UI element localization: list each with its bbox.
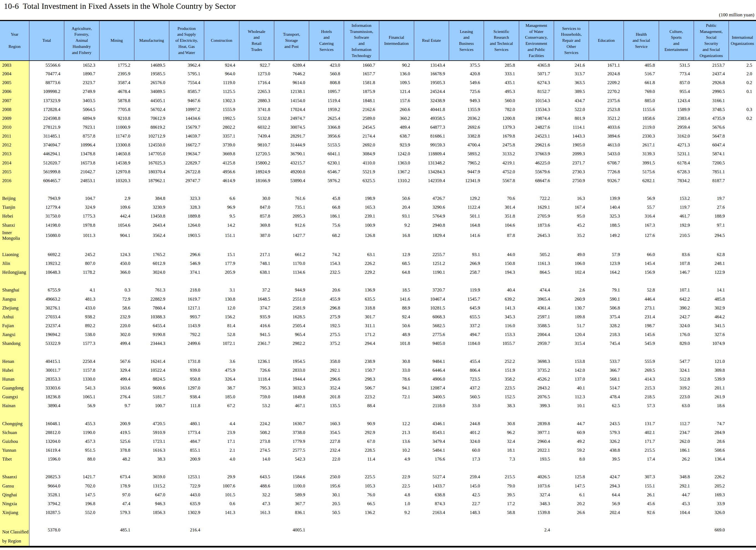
cell-public-management: 284.9 xyxy=(694,428,729,437)
cell-electricity: 484.7 xyxy=(169,437,204,446)
cell-public-management: 2153.7 xyxy=(694,61,729,70)
cell-leasing: 806.4 xyxy=(449,366,484,375)
cell-total: 40415.1 xyxy=(29,357,64,366)
row-label: 2015 xyxy=(0,168,29,176)
cell-agriculture: 541.3 xyxy=(64,384,99,392)
cell-electricity: 374.1 xyxy=(169,268,204,277)
cell-leasing: 60.0 xyxy=(449,446,484,455)
cell-total: 561999.8 xyxy=(29,168,64,176)
cell-agriculture: 5064.5 xyxy=(64,105,99,114)
cell-total: 55566.6 xyxy=(29,61,64,70)
cell-agriculture: 8757.8 xyxy=(64,132,99,141)
cell-real-estate: 2118.0 xyxy=(414,401,449,410)
cell-hotels: 1959.2 xyxy=(309,105,344,114)
table-row: Xinjiang10287.5552.0579.31856.31302.9141… xyxy=(0,508,756,517)
table-row: 200355566.61652.31775.214689.53962.4924.… xyxy=(0,61,756,70)
cell-public-management: 7200.5 xyxy=(694,159,729,168)
cell-manufacturing: 167025.3 xyxy=(134,159,169,168)
cell-international: 0.1 xyxy=(729,87,756,96)
cell-public-management: 341.5 xyxy=(694,321,729,330)
cell-electricity: 546.9 xyxy=(169,259,204,268)
cell-household-services: 2371.7 xyxy=(554,159,589,168)
table-row: 2012374694.710996.413300.8124550.016672.… xyxy=(0,141,756,150)
cell-agriculture: 2250.4 xyxy=(64,357,99,366)
cell-wholesale: 857.8 xyxy=(239,212,274,221)
cell-water-management: 13534.3 xyxy=(519,105,554,114)
cell-financial: 33.0 xyxy=(379,366,414,375)
cell-health: 45.6 xyxy=(624,499,659,508)
cell-financial: 260.6 xyxy=(379,105,414,114)
cell-information: 88.4 xyxy=(344,401,379,410)
table-row: Hainan3890.456.99.7100.7111.867.253.2467… xyxy=(0,401,756,410)
cell-agriculture: 16573.8 xyxy=(64,159,99,168)
cell-scientific: 30.8 xyxy=(484,419,519,428)
cell-electricity: 19634.7 xyxy=(169,150,204,158)
cell-financial: 30.8 xyxy=(379,357,414,366)
cell-hotels xyxy=(309,526,344,547)
cell-information: 2589.0 xyxy=(344,114,379,123)
cell-water-management: 327.4 xyxy=(519,490,554,499)
cell-mining: 13300.8 xyxy=(99,141,134,150)
cell-construction xyxy=(204,526,239,547)
row-label: Hubei xyxy=(0,366,29,375)
cell-real-estate: 4726.7 xyxy=(414,194,449,203)
cell-manufacturing: 10388.3 xyxy=(134,312,169,321)
cell-construction: 1119.0 xyxy=(204,78,239,87)
cell-health: 3991.5 xyxy=(624,159,659,168)
cell-agriculture: 2749.9 xyxy=(64,87,99,96)
row-label: Hainan xyxy=(0,401,29,410)
row-label: Zhejiang xyxy=(0,303,29,312)
cell-information: 90.9 xyxy=(344,419,379,428)
cell-education: 64.4 xyxy=(589,490,624,499)
cell-hotels: 292.1 xyxy=(309,366,344,375)
cell-wholesale: 15800.2 xyxy=(239,159,274,168)
cell-wholesale: 217.1 xyxy=(239,250,274,259)
cell-total: 109998.2 xyxy=(29,87,64,96)
cell-scientific: 285.8 xyxy=(484,61,519,70)
cell-water-management: 29621.6 xyxy=(519,141,554,150)
table-row: Qinghai3528.1147.597.0647.0443.0101.532.… xyxy=(0,490,756,499)
cell-leasing: 337.2 xyxy=(449,321,484,330)
cell-household-services: 112.3 xyxy=(554,392,589,401)
row-label: Heilongjiang xyxy=(0,268,29,277)
column-header-culture: Culture, Sports and Entertainment xyxy=(659,20,694,61)
cell-mining: 9.7 xyxy=(99,401,134,410)
cell-culture: 104.4 xyxy=(659,508,694,517)
cell-information: 126.8 xyxy=(344,230,379,242)
cell-public-management: 27.6 xyxy=(694,203,729,212)
cell-construction: 4.4 xyxy=(204,419,239,428)
cell-mining: 673.4 xyxy=(99,472,134,481)
cell-culture xyxy=(659,526,694,547)
cell-hotels: 75.6 xyxy=(309,221,344,230)
cell-electricity: 855.1 xyxy=(169,446,204,455)
cell-total: 3528.1 xyxy=(29,490,64,499)
cell-scientific: 5567.8 xyxy=(484,176,519,185)
cell-mining: 47.4 xyxy=(99,499,134,508)
cell-education: 294.3 xyxy=(589,481,624,490)
cell-scientific: 44.0 xyxy=(484,250,519,259)
cell-international xyxy=(729,392,756,401)
cell-information: 136.9 xyxy=(344,285,379,294)
cell-construction: 475.9 xyxy=(204,366,239,375)
cell-construction: 4125.8 xyxy=(204,159,239,168)
table-row: Liaoning6692.2245.2124.31765.2296.615.12… xyxy=(0,250,756,259)
cell-scientific: 141.3 xyxy=(484,303,519,312)
cell-transport: 944.9 xyxy=(274,285,309,294)
cell-leasing: 560.5 xyxy=(449,392,484,401)
cell-scientific: 1200.8 xyxy=(484,114,519,123)
cell-transport: 761.6 xyxy=(274,194,309,203)
cell-real-estate: 2163.4 xyxy=(414,508,449,517)
cell-international xyxy=(729,141,756,150)
cell-health: 516.7 xyxy=(624,70,659,78)
cell-manufacturing: 44505.1 xyxy=(134,96,169,105)
cell-public-management: 5647.8 xyxy=(694,132,729,141)
cell-mining: 12970.8 xyxy=(99,168,134,176)
table-row: 200588773.62323.73587.426576.07554.41119… xyxy=(0,78,756,87)
cell-education: 2375.6 xyxy=(589,96,624,105)
table-row: Anhui27033.4938.2232.910388.3993.7156.29… xyxy=(0,312,756,321)
cell-financial: 9.2 xyxy=(379,221,414,230)
cell-household-services: 60.9 xyxy=(554,428,589,437)
column-header-agriculture: Agriculture, Forestry, Animal Husbandry … xyxy=(64,20,99,61)
cell-mining: 485.1 xyxy=(99,526,134,547)
cell-water-management: 4526.2 xyxy=(519,375,554,384)
